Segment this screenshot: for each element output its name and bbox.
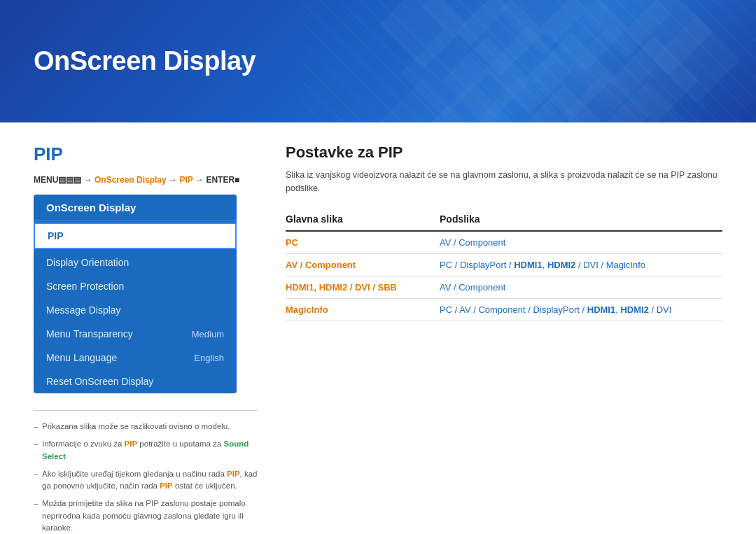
menu-arrow1: → xyxy=(167,175,180,185)
postavke-title: Postavke za PIP xyxy=(286,143,722,162)
menu-item-menu-transparency-value: Medium xyxy=(192,329,224,339)
table-row: PC AV / Component xyxy=(286,231,722,254)
pip-section-title: PIP xyxy=(34,143,258,165)
menu-item-menu-transparency[interactable]: Menu Transparency Medium xyxy=(34,322,237,346)
menu-box-title: OnScreen Display xyxy=(34,195,237,221)
col-glavna-slika: Glavna slika xyxy=(286,208,440,231)
table-row: MagicInfo PC / AV / Component / DisplayP… xyxy=(286,298,722,321)
note-3: Ako isključite uređaj tijekom gledanja u… xyxy=(34,468,258,493)
main-source-3: HDMI1, HDMI2 / DVI / SBB xyxy=(286,276,440,298)
note-4: Možda primijetite da slika na PIP zaslon… xyxy=(34,498,258,534)
menu-item-screen-protection[interactable]: Screen Protection xyxy=(34,274,237,298)
main-content: PIP MENU▤▤▤ → OnScreen Display → PIP → E… xyxy=(0,122,756,534)
menu-item-message-display[interactable]: Message Display xyxy=(34,298,237,322)
menu-item-pip-label: PIP xyxy=(48,230,64,241)
header-banner: OnScreen Display xyxy=(0,0,756,122)
menu-item-menu-language-value: English xyxy=(194,353,224,363)
sub-source-4: PC / AV / Component / DisplayPort / HDMI… xyxy=(440,298,722,321)
postavke-description: Slika iz vanjskog videoizvora nalazit će… xyxy=(286,169,722,195)
menu-item-menu-language[interactable]: Menu Language English xyxy=(34,346,237,370)
onscreen-menu-box: OnScreen Display PIP Display Orientation… xyxy=(34,195,237,393)
right-column: Postavke za PIP Slika iz vanjskog videoi… xyxy=(286,143,722,534)
menu-item-menu-language-label: Menu Language xyxy=(46,352,117,363)
pip-table: Glavna slika Podslika PC AV / Component … xyxy=(286,208,722,321)
menu-arrow2: → ENTER■ xyxy=(193,175,240,185)
menu-step-pip: PIP xyxy=(179,175,192,185)
sub-source-3: AV / Component xyxy=(440,276,722,298)
menu-prefix: MENU▤▤▤ → xyxy=(34,175,94,185)
note-1: Prikazana slika može se razlikovati ovis… xyxy=(34,421,258,433)
decorative-pattern xyxy=(378,0,728,122)
notes-section: Prikazana slika može se razlikovati ovis… xyxy=(34,410,258,534)
table-row: AV / Component PC / DisplayPort / HDMI1,… xyxy=(286,253,722,276)
menu-item-display-orientation[interactable]: Display Orientation xyxy=(34,251,237,274)
main-source-4: MagicInfo xyxy=(286,298,440,321)
left-column: PIP MENU▤▤▤ → OnScreen Display → PIP → E… xyxy=(34,143,258,534)
sub-source-2: PC / DisplayPort / HDMI1, HDMI2 / DVI / … xyxy=(440,253,722,276)
page-title: OnScreen Display xyxy=(34,46,255,76)
table-row: HDMI1, HDMI2 / DVI / SBB AV / Component xyxy=(286,276,722,298)
main-source-2: AV / Component xyxy=(286,253,440,276)
menu-step-onscreen: OnScreen Display xyxy=(94,175,167,185)
menu-item-menu-transparency-label: Menu Transparency xyxy=(46,328,133,339)
menu-item-message-display-label: Message Display xyxy=(46,304,121,316)
menu-item-reset-onscreen-label: Reset OnScreen Display xyxy=(46,376,153,387)
sub-source-1: AV / Component xyxy=(440,231,722,254)
menu-item-screen-protection-label: Screen Protection xyxy=(46,281,124,292)
menu-item-pip[interactable]: PIP xyxy=(34,223,237,249)
menu-item-reset-onscreen[interactable]: Reset OnScreen Display xyxy=(34,370,237,393)
menu-item-display-orientation-label: Display Orientation xyxy=(46,257,129,268)
note-2: Informacije o zvuku za PIP potražite u u… xyxy=(34,438,258,463)
menu-path: MENU▤▤▤ → OnScreen Display → PIP → ENTER… xyxy=(34,175,258,185)
col-podslika: Podslika xyxy=(440,208,722,231)
main-source-1: PC xyxy=(286,231,440,254)
